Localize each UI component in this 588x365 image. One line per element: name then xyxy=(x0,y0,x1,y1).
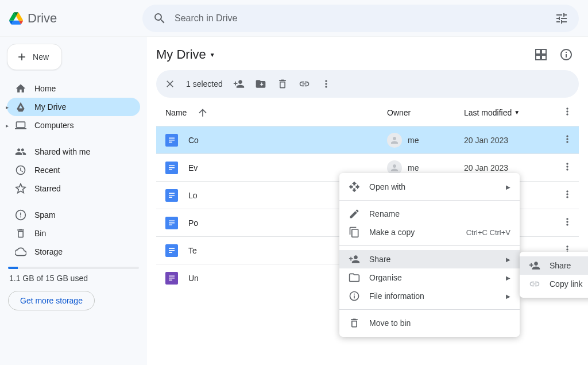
main-pane: My Drive ▼ 1 selected Name Owne xyxy=(147,37,588,365)
chevron-right-icon: ▶ xyxy=(506,184,510,190)
owner-name: me xyxy=(408,163,419,172)
info-icon[interactable] xyxy=(559,48,573,62)
people-icon xyxy=(15,146,26,157)
sidebar-item-label: Shared with me xyxy=(34,147,90,156)
open-with-icon xyxy=(349,181,360,193)
ctx-file-info[interactable]: File information ▶ xyxy=(339,287,520,305)
modified-date: 20 Jan 2023 xyxy=(464,163,556,172)
file-name: Te xyxy=(188,246,197,255)
chevron-down-icon: ▼ xyxy=(210,52,215,58)
breadcrumb-title[interactable]: My Drive ▼ xyxy=(156,47,215,62)
logo-block[interactable]: Drive xyxy=(9,11,142,26)
sidebar-item-label: My Drive xyxy=(34,102,66,112)
sidebar-item-bin[interactable]: Bin xyxy=(7,224,140,243)
expand-caret-icon[interactable]: ▸ xyxy=(6,104,11,110)
ctx-open-with[interactable]: Open with ▶ xyxy=(339,178,520,196)
sort-asc-icon xyxy=(197,107,208,118)
sidebar-item-recent[interactable]: Recent xyxy=(7,161,140,179)
link-icon[interactable] xyxy=(299,78,310,90)
close-icon[interactable] xyxy=(164,78,176,90)
expand-caret-icon[interactable]: ▸ xyxy=(6,122,11,129)
sidebar-item-spam[interactable]: Spam xyxy=(7,206,140,224)
link-icon xyxy=(529,278,540,290)
grid-view-icon[interactable] xyxy=(534,48,548,62)
share-icon xyxy=(349,253,360,265)
top-bar: Drive xyxy=(0,0,588,37)
more-icon[interactable] xyxy=(562,106,573,117)
sidebar-item-label: Bin xyxy=(34,229,46,238)
column-modified-header[interactable]: Last modified ▼ xyxy=(464,108,556,117)
drive-icon xyxy=(15,101,26,113)
selection-count: 1 selected xyxy=(186,79,223,89)
context-menu: Open with ▶ Rename Make a copy Ctrl+C Ct… xyxy=(339,173,520,337)
sidebar-item-label: Computers xyxy=(34,121,74,130)
ctx-share[interactable]: Share ▶ xyxy=(339,250,520,268)
folder-icon xyxy=(349,272,360,283)
sidebar-item-storage[interactable]: Storage xyxy=(7,243,140,261)
form-file-icon xyxy=(165,272,178,285)
ctx-organise[interactable]: Organise ▶ xyxy=(339,268,520,287)
trash-icon xyxy=(15,228,26,239)
ctx-move-to-bin[interactable]: Move to bin xyxy=(339,314,520,332)
sidebar-item-label: Storage xyxy=(34,247,63,256)
row-more-icon[interactable] xyxy=(562,133,573,145)
trash-icon xyxy=(349,317,360,329)
search-bar xyxy=(142,5,579,32)
new-label: New xyxy=(33,52,49,62)
column-name-header[interactable]: Name xyxy=(165,107,387,118)
page-title: My Drive xyxy=(156,47,206,62)
delete-icon[interactable] xyxy=(277,78,288,90)
row-more-icon[interactable] xyxy=(562,216,573,228)
share-submenu: Share Copy link xyxy=(520,252,588,298)
file-name: Ev xyxy=(188,163,198,172)
more-icon[interactable] xyxy=(320,78,332,90)
storage-text: 1.1 GB of 15 GB used xyxy=(7,274,140,283)
star-icon xyxy=(15,183,26,194)
sidebar-item-my-drive[interactable]: ▸ My Drive xyxy=(7,98,140,116)
search-input[interactable] xyxy=(175,13,547,24)
share-icon[interactable] xyxy=(233,78,245,90)
ctx-rename[interactable]: Rename xyxy=(339,205,520,223)
doc-file-icon xyxy=(165,244,178,257)
search-options-icon[interactable] xyxy=(555,11,568,25)
chevron-right-icon: ▶ xyxy=(506,275,510,281)
sidebar-item-shared[interactable]: Shared with me xyxy=(7,143,140,161)
clock-icon xyxy=(15,164,26,176)
selection-toolbar: 1 selected xyxy=(156,70,579,98)
doc-file-icon xyxy=(165,217,178,229)
column-owner-header[interactable]: Owner xyxy=(387,108,464,117)
submenu-share[interactable]: Share xyxy=(520,256,588,275)
modified-date: 20 Jan 2023 xyxy=(464,136,556,145)
file-name: Lo xyxy=(188,191,198,200)
doc-file-icon xyxy=(165,189,178,202)
spam-icon xyxy=(15,209,26,221)
sidebar-item-computers[interactable]: ▸ Computers xyxy=(7,116,140,135)
move-to-folder-icon[interactable] xyxy=(255,78,266,90)
sidebar: + New Home ▸ My Drive ▸ Computers Shared… xyxy=(0,37,147,365)
get-more-storage-button[interactable]: Get more storage xyxy=(8,291,95,310)
row-more-icon[interactable] xyxy=(562,161,573,172)
doc-file-icon xyxy=(165,134,178,147)
row-more-icon[interactable] xyxy=(562,189,573,200)
file-name: Un xyxy=(188,274,199,283)
search-icon[interactable] xyxy=(153,11,167,25)
table-row[interactable]: Co me 20 Jan 2023 xyxy=(156,126,579,153)
new-button[interactable]: + New xyxy=(7,44,62,70)
storage-progress xyxy=(8,267,139,269)
chevron-right-icon: ▶ xyxy=(506,293,510,299)
file-name: Co xyxy=(188,136,199,145)
app-name: Drive xyxy=(28,11,57,26)
avatar xyxy=(387,133,402,148)
chevron-down-icon: ▼ xyxy=(514,109,520,116)
info-icon xyxy=(349,290,360,302)
home-icon xyxy=(15,83,26,94)
drive-logo-icon xyxy=(9,11,23,25)
sidebar-item-label: Recent xyxy=(34,166,60,175)
sidebar-item-label: Home xyxy=(34,84,56,93)
ctx-make-copy[interactable]: Make a copy Ctrl+C Ctrl+V xyxy=(339,223,520,241)
file-name: Po xyxy=(188,218,198,228)
sidebar-item-starred[interactable]: Starred xyxy=(7,179,140,198)
rename-icon xyxy=(349,208,360,220)
sidebar-item-home[interactable]: Home xyxy=(7,79,140,98)
cloud-icon xyxy=(15,246,26,258)
